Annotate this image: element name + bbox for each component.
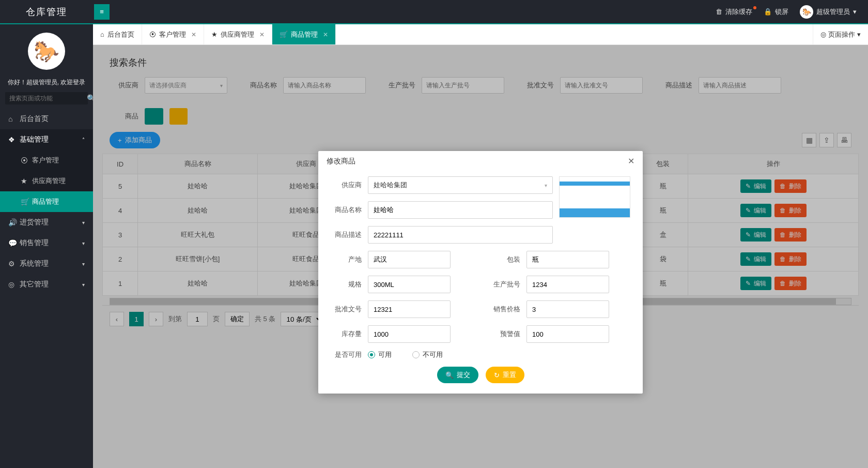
modal-batch-label: 生产批号 <box>489 280 520 289</box>
clear-cache-label: 清除缓存 <box>725 7 752 17</box>
target-icon: ◎ <box>8 280 20 289</box>
modal-name-input[interactable] <box>368 201 553 219</box>
lock-label: 锁屏 <box>775 7 788 17</box>
modal-desc-input[interactable] <box>368 226 553 244</box>
menu-other[interactable]: ◎其它管理▾ <box>0 274 93 295</box>
brand-title: 仓库管理 <box>0 6 93 18</box>
product-image-thumbnail[interactable] <box>559 176 630 218</box>
radio-dot-icon <box>368 351 375 358</box>
menu-customer[interactable]: ⦿客户管理 <box>0 150 93 171</box>
radio-available-no[interactable]: 不可用 <box>412 350 443 359</box>
tab-customer[interactable]: ⦿客户管理✕ <box>142 24 204 44</box>
reset-button[interactable]: ↻重置 <box>486 367 524 383</box>
menu-supplier[interactable]: ★供应商管理 <box>0 171 93 191</box>
circle-icon: ⦿ <box>149 31 156 38</box>
modal-available-label: 是否可用 <box>331 350 362 359</box>
trash-icon: 🗑 <box>716 8 722 16</box>
modal-stock-label: 库存量 <box>331 329 362 339</box>
refresh-icon: ↻ <box>494 371 500 379</box>
edit-product-modal: 修改商品 ✕ 供应商娃哈哈集团▾ 商品名称 商品描述 产地 包装 规格 生产批号 <box>318 151 643 394</box>
cart-icon: 🛒 <box>280 31 288 38</box>
radio-available-yes[interactable]: 可用 <box>368 350 392 359</box>
home-icon: ⌂ <box>100 31 104 38</box>
page-actions-button[interactable]: ◎页面操作▾ <box>813 24 868 44</box>
cube-icon: ❖ <box>8 135 20 144</box>
clear-cache-button[interactable]: 🗑 清除缓存 <box>716 7 752 17</box>
tab-supplier[interactable]: ★供应商管理✕ <box>204 24 272 44</box>
tab-home[interactable]: ⌂后台首页 <box>93 24 142 44</box>
home-icon: ⌂ <box>8 115 20 123</box>
submit-button[interactable]: 🔍提交 <box>437 367 478 383</box>
menu-inbound[interactable]: 🔊进货管理▾ <box>0 212 93 233</box>
caret-icon: ▾ <box>545 183 547 188</box>
menu-icon: ≡ <box>100 8 104 16</box>
close-icon[interactable]: ✕ <box>191 31 196 38</box>
modal-stock-input[interactable] <box>368 325 451 343</box>
menu-sales[interactable]: 💬销售管理▾ <box>0 233 93 253</box>
modal-approval-input[interactable] <box>368 300 451 318</box>
sidebar-search[interactable]: 🔍 <box>5 92 88 104</box>
pause-icon: ⦿ <box>21 156 32 164</box>
chevron-up-icon: ˄ <box>82 137 85 143</box>
chevron-down-icon: ▾ <box>857 31 861 38</box>
menu-basic[interactable]: ❖基础管理˄ <box>0 129 93 150</box>
tabs-bar: ⌂后台首页 ⦿客户管理✕ ★供应商管理✕ 🛒商品管理✕ ◎页面操作▾ <box>93 24 868 45</box>
chevron-down-icon: ▾ <box>82 220 85 225</box>
modal-price-label: 销售价格 <box>489 305 520 314</box>
modal-spec-label: 规格 <box>331 280 362 289</box>
menu-product[interactable]: 🛒商品管理 <box>0 191 93 212</box>
radio-dot-icon <box>412 351 420 358</box>
lock-icon: 🔒 <box>764 8 772 16</box>
menu-home[interactable]: ⌂后台首页 <box>0 109 93 129</box>
modal-supplier-label: 供应商 <box>331 180 362 190</box>
topbar: 仓库管理 ≡ 🗑 清除缓存 🔒 锁屏 🐎 超级管理员 ▾ <box>0 0 868 23</box>
modal-warn-label: 预警值 <box>489 329 520 339</box>
star-icon: ★ <box>21 177 32 185</box>
close-icon[interactable]: ✕ <box>323 31 328 38</box>
gear-icon: ⚙ <box>8 260 20 268</box>
notification-dot <box>753 6 756 9</box>
search-icon: 🔍 <box>445 371 454 379</box>
user-name: 超级管理员 <box>816 7 850 17</box>
chat-icon: 💬 <box>8 239 20 247</box>
modal-price-input[interactable] <box>526 300 609 318</box>
modal-name-label: 商品名称 <box>331 205 362 215</box>
modal-warn-input[interactable] <box>526 325 609 343</box>
sidebar: 🐎 你好！超级管理员, 欢迎登录 🔍 ⌂后台首页 ❖基础管理˄ ⦿客户管理 ★供… <box>0 24 93 468</box>
modal-supplier-select[interactable]: 娃哈哈集团▾ <box>368 176 553 194</box>
chevron-down-icon: ▾ <box>82 240 85 246</box>
tab-product[interactable]: 🛒商品管理✕ <box>272 24 336 44</box>
modal-desc-label: 商品描述 <box>331 230 362 239</box>
avatar-icon: 🐎 <box>800 5 813 19</box>
chevron-down-icon: ▾ <box>82 261 85 267</box>
modal-approval-label: 批准文号 <box>331 305 362 314</box>
modal-origin-label: 产地 <box>331 255 362 264</box>
modal-spec-input[interactable] <box>368 276 451 293</box>
target-icon: ◎ <box>820 31 826 38</box>
sound-icon: 🔊 <box>8 218 20 227</box>
user-menu[interactable]: 🐎 超级管理员 ▾ <box>800 5 857 19</box>
star-icon: ★ <box>211 31 218 38</box>
main-area: ⌂后台首页 ⦿客户管理✕ ★供应商管理✕ 🛒商品管理✕ ◎页面操作▾ 搜索条件 … <box>93 24 868 468</box>
chevron-down-icon: ▾ <box>853 8 857 16</box>
greeting-text: 你好！超级管理员, 欢迎登录 <box>0 74 93 92</box>
cart-icon: 🛒 <box>21 198 32 206</box>
chevron-down-icon: ▾ <box>82 282 85 288</box>
modal-pack-input[interactable] <box>526 251 609 268</box>
lock-screen-button[interactable]: 🔒 锁屏 <box>764 7 788 17</box>
sidebar-toggle-button[interactable]: ≡ <box>94 4 110 20</box>
modal-origin-input[interactable] <box>368 251 451 268</box>
modal-title: 修改商品 <box>327 157 355 166</box>
close-icon[interactable]: ✕ <box>259 31 265 38</box>
modal-batch-input[interactable] <box>526 276 609 293</box>
modal-pack-label: 包装 <box>489 255 520 264</box>
avatar-large-icon: 🐎 <box>28 33 65 70</box>
menu-system[interactable]: ⚙系统管理▾ <box>0 253 93 274</box>
sidebar-avatar: 🐎 <box>0 24 93 74</box>
close-icon[interactable]: ✕ <box>628 156 634 166</box>
sidebar-search-input[interactable] <box>9 95 87 102</box>
